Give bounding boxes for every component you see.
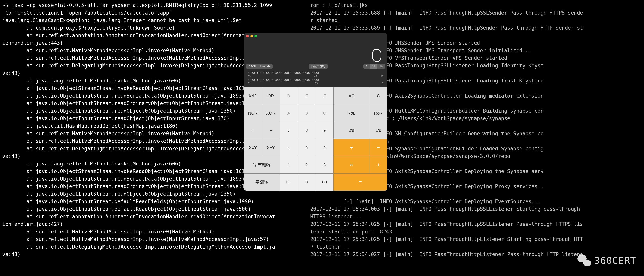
base-segment: 8 10 16 <box>364 64 385 69</box>
zoom-icon[interactable] <box>254 35 257 37</box>
key-x-rshift-y[interactable]: X»Y <box>262 139 280 156</box>
key-00[interactable]: 00 <box>316 174 334 191</box>
seg-base-16[interactable]: 16 <box>377 64 385 69</box>
key-plus[interactable]: + <box>370 156 387 174</box>
calculator-keypad: AND OR D E F AC C NOR XOR A B C RoL RoR … <box>244 88 387 191</box>
key-ac[interactable]: AC <box>334 88 369 104</box>
seg-ascii[interactable]: ASCII <box>246 64 258 69</box>
calculator-toolbar: ASCII Unicode 隐藏二进制 8 10 16 <box>244 64 387 70</box>
key-e[interactable]: E <box>298 88 316 104</box>
minimize-icon[interactable] <box>250 35 253 37</box>
key-and[interactable]: AND <box>244 88 262 104</box>
key-a[interactable]: A <box>280 105 298 122</box>
key-byte-flip[interactable]: 字节翻转 <box>244 156 280 174</box>
key-4[interactable]: 4 <box>280 139 298 156</box>
wechat-icon <box>578 255 591 266</box>
key-equals[interactable]: = <box>334 174 387 191</box>
bit-label-15: 15 <box>315 82 318 85</box>
key-2[interactable]: 2 <box>298 156 316 174</box>
key-3[interactable]: 3 <box>316 156 334 174</box>
calculator-window: ASCII Unicode 隐藏二进制 8 10 16 0000 0000 00… <box>244 33 387 191</box>
hide-binary-button[interactable]: 隐藏二进制 <box>309 64 328 69</box>
encoding-segment: ASCII Unicode <box>246 64 273 69</box>
key-1[interactable]: 1 <box>280 156 298 174</box>
seg-unicode[interactable]: Unicode <box>258 64 273 69</box>
key-6[interactable]: 6 <box>316 139 334 156</box>
seg-base-8[interactable]: 8 <box>364 64 370 69</box>
key-0[interactable]: 0 <box>298 174 316 191</box>
key-nor[interactable]: NOR <box>244 105 262 122</box>
calculator-display <box>244 39 387 64</box>
key-ff[interactable]: FF <box>280 174 298 191</box>
key-minus[interactable]: − <box>370 139 387 156</box>
key-rol[interactable]: RoL <box>334 105 369 122</box>
window-titlebar[interactable] <box>244 33 387 39</box>
binary-bits-panel: 0000 0000 0000 0000 0000 0000 0000 0000 … <box>244 70 387 88</box>
key-7[interactable]: 7 <box>280 122 298 139</box>
bit-label-47: 47 <box>314 75 317 78</box>
key-5[interactable]: 5 <box>298 139 316 156</box>
watermark-text: 360CERT <box>594 255 636 266</box>
bit-row-low[interactable]: 0000 0000 0000 0000 0000 0000 0000 0000 <box>248 78 384 82</box>
display-zero-icon <box>372 49 382 62</box>
key-hex-c[interactable]: C <box>316 105 334 122</box>
key-divide[interactable]: ÷ <box>334 139 369 156</box>
key-x-lshift-y[interactable]: X«Y <box>244 139 262 156</box>
watermark: 360CERT <box>578 255 636 266</box>
bit-label-31: 31 <box>248 82 250 85</box>
bit-label-0: 0 <box>382 82 384 85</box>
key-rshift[interactable]: » <box>262 122 280 139</box>
key-8[interactable]: 8 <box>298 122 316 139</box>
key-or[interactable]: OR <box>262 88 280 104</box>
key-word-flip[interactable]: 字翻转 <box>244 174 280 191</box>
seg-base-10[interactable]: 10 <box>370 64 378 69</box>
key-c[interactable]: C <box>370 88 387 104</box>
key-f[interactable]: F <box>316 88 334 104</box>
bit-label-32: 32 <box>381 75 384 78</box>
bit-label-63: 63 <box>248 75 250 78</box>
key-ones-complement[interactable]: 1's <box>370 122 387 139</box>
key-xor[interactable]: XOR <box>262 105 280 122</box>
key-multiply[interactable]: × <box>334 156 369 174</box>
key-d[interactable]: D <box>280 88 298 104</box>
key-9[interactable]: 9 <box>316 122 334 139</box>
bit-row-high[interactable]: 0000 0000 0000 0000 0000 0000 0000 0000 <box>248 72 384 75</box>
close-icon[interactable] <box>246 35 249 37</box>
key-lshift[interactable]: « <box>244 122 262 139</box>
key-b[interactable]: B <box>298 105 316 122</box>
key-ror[interactable]: RoR <box>370 105 387 122</box>
key-twos-complement[interactable]: 2's <box>334 122 369 139</box>
